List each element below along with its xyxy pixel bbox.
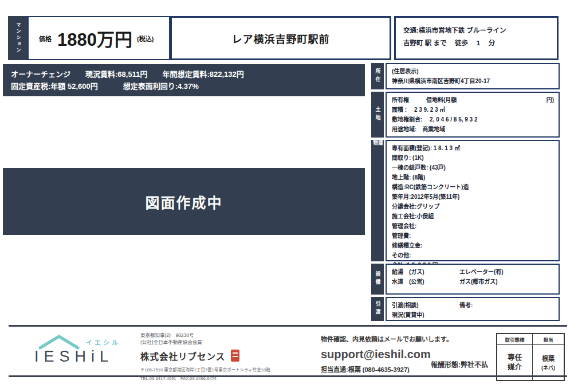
owner-change-line2: 固定資産税:年額 52,600円 想定表面利回り:4.37% <box>11 80 365 92</box>
property-title-box: レア横浜吉野町駅前 <box>170 16 391 60</box>
management-company: 管理会社: <box>392 221 554 231</box>
staff-kana: (ネバ) <box>541 364 555 371</box>
current-status: 現況(賃貸中) <box>392 310 554 320</box>
staff-name: 根葉 <box>542 354 555 363</box>
annual-expected-rent: 年間想定賃料:822,132円 <box>162 68 243 80</box>
section-label-land: 土地 <box>371 92 384 138</box>
section-label-facilities: 設備 <box>371 264 384 295</box>
property-flyer-page: マンション 価格 1880万円 (税込) レア横浜吉野町駅前 交通:横浜市営地下… <box>0 0 578 392</box>
repair-reserve: 修繕積立金: <box>392 241 554 250</box>
logo-wordmark: IESHiL <box>34 348 113 366</box>
deal-type-table: 取引態様 担当 専任媒介 根葉 (ネバ) <box>496 333 565 381</box>
staff-header: 担当 <box>533 334 564 345</box>
facilities-row1: 給湯 (ガス) エレベーター(有) <box>392 267 554 277</box>
facilities-box: 給湯 (ガス) エレベーター(有) 水道 (公営) ガス(都市ガス) <box>386 264 560 295</box>
land-rent-unit: 円) <box>546 95 554 105</box>
handover-timing: 引渡(相談) <box>392 300 459 310</box>
land-right-ratio: 敷地権割合: 2, 0 4 6 / 8 5, 9 3 2 <box>392 115 554 124</box>
contact-note: 物件確認、内見依頼はメールでお願いします。 <box>321 334 481 343</box>
current-rent: 現況賃料:68,511円 <box>85 68 147 80</box>
footer-bottom-rule <box>9 375 567 377</box>
deal-type-header: 取引態様 <box>497 334 533 345</box>
handover-row1: 引渡(相談) 備考: <box>392 300 554 310</box>
owner-change-line1: オーナーチェンジ 現況賃料:68,511円 年間想定賃料:822,132円 <box>11 68 365 80</box>
floorplan-placeholder-text: 図面作成中 <box>145 191 222 212</box>
category-label: マンション <box>15 22 20 54</box>
price-tax-note: (税込) <box>137 34 154 43</box>
builder: 施工会社:小俣組 <box>392 211 554 221</box>
owner-change-title: オーナーチェンジ <box>11 68 70 80</box>
section-label-location: 所在 <box>371 63 384 89</box>
footer-top-rule <box>9 325 567 327</box>
logo-katakana: イエシル <box>86 338 120 347</box>
section-label-building: 建物 <box>371 140 384 261</box>
owner-change-box: オーナーチェンジ 現況賃料:68,511円 年間想定賃料:822,132円 固定… <box>3 64 365 96</box>
roof-icon <box>37 334 81 350</box>
company-seal-icon <box>231 350 239 362</box>
floorplan-placeholder: 図面作成中 <box>3 168 365 235</box>
company-block: 東京都知事(2) 98238号 (公社)全日本不動産協会会員 株式会社リブセンス… <box>140 332 312 381</box>
property-tax: 固定資産税:年額 52,600円 <box>11 80 98 92</box>
land-ownership: 所有権 借地料(月額 <box>392 95 457 105</box>
handover-box: 引渡(相談) 備考: 現況(賃貸中) <box>386 297 560 321</box>
hot-water: 給湯 (ガス) <box>392 267 459 277</box>
deal-type-value: 専任媒介 <box>505 353 525 372</box>
ieshil-logo: イエシル IESHiL <box>33 333 148 373</box>
developer: 分譲会社:グリップ <box>392 202 554 211</box>
elevator: エレベーター(有) <box>459 267 554 277</box>
built-date: 築年月:2012年5月(築11年) <box>392 192 554 202</box>
exclusive-area: 専有面積(登記): 1 8. 1 3 ㎡ <box>392 143 554 153</box>
structure: 構造:RC(鉄筋コンクリート)造 <box>392 182 554 192</box>
total-units: 一棟の総戸数: (43戸) <box>392 163 554 173</box>
land-box: 所有権 借地料(月額 円) 面積 : 2 3 9. 2 3 ㎡ 敷地権割合: 2… <box>386 92 560 138</box>
management-fee: 管理費: <box>392 231 554 241</box>
zoning: 用途地域: 商業地域 <box>392 124 554 134</box>
section-label-handover: 引渡 <box>371 297 384 321</box>
reward-type: 報酬形態:弊社不払 <box>431 359 488 369</box>
company-name: 株式会社リブセンス <box>140 350 225 362</box>
above-ground-floors: 地上階: (8階) <box>392 173 554 182</box>
water-supply: 水道 (公営) <box>392 277 459 287</box>
address-display-label: (住居表示) <box>392 66 554 76</box>
price-value: 1880万円 <box>57 25 132 51</box>
license-number: 東京都知事(2) 98238号 <box>140 332 312 339</box>
address-value: 神奈川県横浜市南区吉野町4丁目20-17 <box>392 76 554 86</box>
association-membership: (公社)全日本不動産協会会員 <box>140 339 312 346</box>
company-address: 〒105-7510 東京都港区海岸1丁目7番1号東京ポートシティ竹芝10階 <box>140 366 312 373</box>
land-area: 面積 : 2 3 9. 2 3 ㎡ <box>392 105 554 115</box>
price-box: 価格 1880万円 (税込) <box>27 16 170 60</box>
gas-type: ガス(都市ガス) <box>459 277 554 287</box>
property-title: レア横浜吉野町駅前 <box>232 31 330 46</box>
transport-box: 交通:横浜市営地下鉄 ブルーライン 吉野町 駅 まで 徒歩 1 分 <box>394 16 559 60</box>
location-box: (住居表示) 神奈川県横浜市南区吉野町4丁目20-17 <box>386 63 560 89</box>
other-fees: その他: <box>392 250 554 260</box>
remarks-label: 備考: <box>459 300 554 310</box>
transport-line2: 吉野町 駅 まで 徒歩 1 分 <box>403 37 557 50</box>
price-label: 価格 <box>39 34 52 43</box>
building-box: 専有面積(登記): 1 8. 1 3 ㎡ 間取り: (1K) 一棟の総戸数: (… <box>386 140 560 261</box>
category-strip: マンション <box>8 16 27 60</box>
floor-plan: 間取り: (1K) <box>392 153 554 163</box>
facilities-row2: 水道 (公営) ガス(都市ガス) <box>392 277 554 287</box>
land-ownership-row: 所有権 借地料(月額 円) <box>392 95 554 105</box>
expected-yield: 想定表面利回り:4.37% <box>123 80 199 92</box>
transport-line1: 交通:横浜市営地下鉄 ブルーライン <box>403 25 557 37</box>
